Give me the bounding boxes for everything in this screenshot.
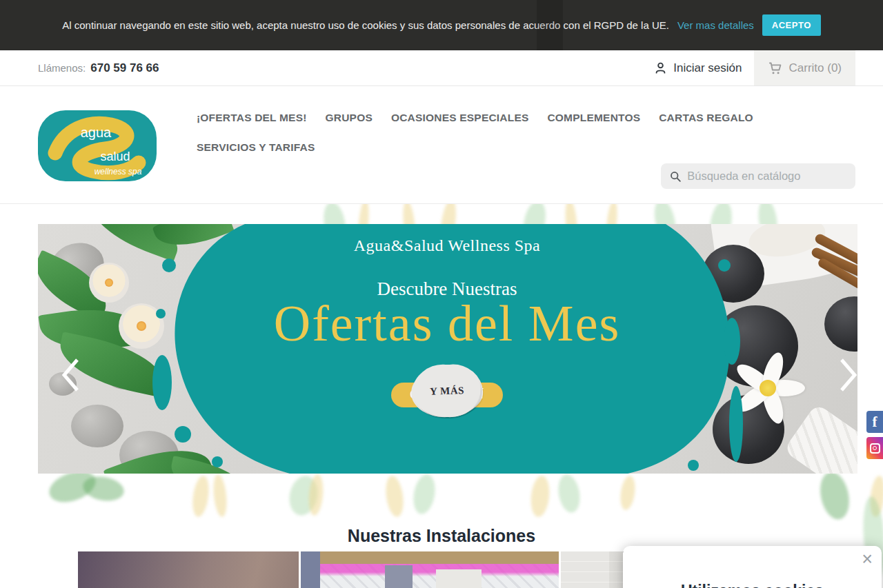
cart-icon — [768, 61, 782, 75]
page: Al continuar navegando en este sitio web… — [0, 0, 883, 588]
logo-line1: agua — [81, 125, 112, 140]
watermark-leaf — [212, 474, 228, 518]
call-label: Llámenos: — [38, 62, 86, 74]
installation-photo-1[interactable] — [78, 551, 299, 588]
topbar: Llámenos: 670 59 76 66 Iniciar sesión Ca… — [0, 50, 883, 86]
cart-link[interactable]: Carrito (0) — [754, 50, 855, 85]
instagram-link[interactable] — [866, 437, 883, 459]
cookie-message: Al continuar navegando en este sitio web… — [62, 19, 669, 31]
call-us: Llámenos: 670 59 76 66 — [38, 50, 159, 85]
hero-carousel: Agua&Salud Wellness Spa Descubre Nuestra… — [38, 224, 857, 474]
cart-label: Carrito (0) — [788, 61, 842, 75]
nav-item-servicios[interactable]: SERVICIOS Y TARIFAS — [197, 141, 315, 154]
cookie-banner: Al continuar navegando en este sitio web… — [0, 0, 883, 50]
chevron-left-icon — [59, 357, 83, 393]
logo-graphic: agua salud wellness spa — [38, 110, 157, 181]
facebook-icon: f — [873, 414, 877, 431]
banner-texture — [537, 0, 563, 50]
watermark-leaf — [190, 475, 211, 518]
navbar: agua salud wellness spa ¡OFERTAS DEL MES… — [0, 86, 883, 204]
cookie-details-link[interactable]: Ver mas detalles — [677, 19, 754, 31]
search-input[interactable] — [687, 170, 846, 183]
watermark-leaf — [555, 473, 582, 514]
account-area: Iniciar sesión Carrito (0) — [642, 50, 855, 85]
search-box — [661, 163, 855, 189]
logo-line2: salud — [100, 150, 130, 163]
user-icon — [654, 61, 667, 74]
cookie-modal: × Utilizamos cookies — [623, 546, 882, 588]
nav-item-ocasiones[interactable]: OCASIONES ESPECIALES — [391, 112, 529, 124]
watermark-leaf — [816, 469, 853, 523]
flower-core — [760, 380, 776, 396]
modal-title: Utilizamos cookies — [623, 582, 882, 588]
installations-title: Nuestras Instalaciones — [0, 526, 883, 546]
watermark-leaf — [619, 475, 637, 511]
hero-content: Agua&Salud Wellness Spa Descubre Nuestra… — [202, 224, 692, 474]
zen-stone — [71, 405, 123, 447]
social-sidebar: f — [866, 411, 883, 459]
main-menu: ¡OFERTAS DEL MES! GRUPOS OCASIONES ESPEC… — [197, 112, 790, 154]
search-icon — [670, 170, 681, 183]
chevron-right-icon — [836, 357, 857, 393]
logo-line3: wellness spa — [95, 167, 142, 176]
watermark-leaf — [410, 473, 438, 516]
facebook-link[interactable]: f — [866, 411, 883, 433]
nav-item-grupos[interactable]: GRUPOS — [326, 112, 373, 124]
watermark-leaf — [529, 475, 551, 518]
nav-item-ofertas[interactable]: ¡OFERTAS DEL MES! — [197, 112, 307, 124]
instagram-icon — [870, 443, 880, 454]
carousel-next-button[interactable] — [824, 339, 848, 375]
cookie-accept-button[interactable]: ACEPTO — [762, 14, 821, 36]
nav-item-complementos[interactable]: COMPLEMENTOS — [547, 112, 640, 124]
installation-photo-2[interactable] — [301, 551, 559, 588]
logo[interactable]: agua salud wellness spa — [38, 110, 157, 181]
nav-item-cartas[interactable]: CARTAS REGALO — [659, 112, 753, 124]
watermark-leaf — [81, 474, 126, 504]
modal-close-button[interactable]: × — [862, 550, 873, 569]
watermark-leaf — [384, 475, 406, 518]
phone-number: 670 59 76 66 — [90, 61, 159, 75]
hero-brand: Agua&Salud Wellness Spa — [202, 236, 692, 255]
carousel-prev-button[interactable] — [48, 339, 71, 375]
login-label: Iniciar sesión — [673, 61, 742, 75]
hero-title: Ofertas del Mes — [202, 297, 692, 351]
candle-flame — [105, 278, 113, 287]
instagram-lens — [873, 446, 877, 450]
login-link[interactable]: Iniciar sesión — [642, 50, 754, 85]
